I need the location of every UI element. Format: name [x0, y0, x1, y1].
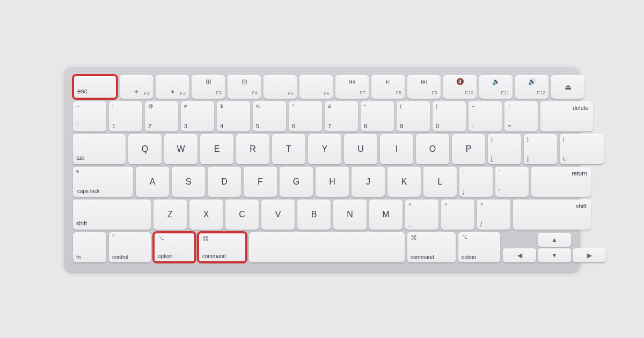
key-g[interactable]: G: [280, 167, 313, 197]
key-4[interactable]: $ 4: [217, 101, 250, 131]
qwerty-row: tab Q W E R T Y U I O P { [ } ] | \: [73, 134, 571, 164]
key-period[interactable]: > .: [441, 200, 474, 230]
key-return[interactable]: return: [531, 167, 591, 197]
key-capslock[interactable]: caps lock: [73, 167, 133, 197]
key-z[interactable]: Z: [153, 200, 187, 230]
key-shift-right[interactable]: shift: [513, 200, 591, 230]
key-f3[interactable]: ⊞ F3: [192, 75, 225, 99]
key-a[interactable]: A: [136, 167, 169, 197]
key-j[interactable]: J: [352, 167, 385, 197]
key-comma[interactable]: < ,: [405, 200, 438, 230]
key-v[interactable]: V: [261, 200, 295, 230]
key-semicolon[interactable]: : ;: [459, 167, 493, 197]
key-tilde[interactable]: ~ `: [73, 101, 106, 131]
key-h[interactable]: H: [316, 167, 349, 197]
key-o[interactable]: O: [416, 134, 449, 164]
key-1[interactable]: ! 1: [109, 101, 142, 131]
caps-lock-indicator: [76, 170, 79, 173]
key-f[interactable]: F: [244, 167, 277, 197]
key-delete[interactable]: delete: [540, 101, 593, 131]
key-0[interactable]: ) 0: [433, 101, 466, 131]
key-backslash[interactable]: | \: [560, 134, 604, 164]
key-n[interactable]: N: [333, 200, 367, 230]
key-arrow-down[interactable]: ▼: [538, 248, 571, 262]
key-7[interactable]: & 7: [325, 101, 358, 131]
key-bracket-r[interactable]: } ]: [524, 134, 557, 164]
key-c[interactable]: C: [225, 200, 259, 230]
keyboard: esc ☀ F1 ✶ F2 ⊞ F3 ⊟ F4 F5 F6 ⏮ F7 ⏯: [64, 67, 580, 272]
key-s[interactable]: S: [172, 167, 205, 197]
key-f4[interactable]: ⊟ F4: [228, 75, 261, 99]
key-arrow-left[interactable]: ◀: [503, 248, 536, 262]
shift-row: shift Z X C V B N M < , > . ? / shif: [73, 200, 571, 230]
key-option-right[interactable]: ⌥ option: [458, 232, 500, 262]
key-quote[interactable]: " ': [495, 167, 529, 197]
key-i[interactable]: I: [380, 134, 413, 164]
key-r[interactable]: R: [236, 134, 269, 164]
key-3[interactable]: # 3: [181, 101, 214, 131]
key-fn[interactable]: fn: [73, 232, 106, 262]
key-arrow-right[interactable]: ▶: [573, 248, 606, 262]
key-f5[interactable]: F5: [264, 75, 297, 99]
key-w[interactable]: W: [164, 134, 197, 164]
key-tab[interactable]: tab: [73, 134, 126, 164]
key-control[interactable]: ^ control: [109, 232, 151, 262]
key-p[interactable]: P: [452, 134, 485, 164]
key-command-right[interactable]: ⌘ command: [407, 232, 456, 262]
arrow-cluster: ▲ ◀ ▼ ▶: [503, 233, 606, 262]
key-2[interactable]: @ 2: [145, 101, 178, 131]
key-arrow-up[interactable]: ▲: [538, 233, 571, 247]
key-m[interactable]: M: [369, 200, 402, 230]
key-6[interactable]: ^ 6: [289, 101, 322, 131]
number-row: ~ ` ! 1 @ 2 # 3 $ 4: [73, 101, 571, 131]
fn-row: esc ☀ F1 ✶ F2 ⊞ F3 ⊟ F4 F5 F6 ⏮ F7 ⏯: [73, 75, 571, 99]
key-f10[interactable]: 🔇 F10: [443, 75, 477, 99]
key-f11[interactable]: 🔉 F11: [479, 75, 513, 99]
bottom-row: fn ^ control ⌥ option ⌘ command ⌘ c: [73, 232, 571, 262]
key-minus[interactable]: – -: [469, 101, 502, 131]
key-u[interactable]: U: [344, 134, 377, 164]
home-row: caps lock A S D F G H J K L : ; " ' retu…: [73, 167, 571, 197]
key-y[interactable]: Y: [308, 134, 341, 164]
key-x[interactable]: X: [189, 200, 223, 230]
key-f2[interactable]: ✶ F2: [156, 75, 189, 99]
key-9[interactable]: ( 9: [397, 101, 430, 131]
key-shift-left[interactable]: shift: [73, 200, 151, 230]
key-command-left[interactable]: ⌘ command: [198, 232, 246, 262]
key-bracket-l[interactable]: { [: [488, 134, 521, 164]
key-d[interactable]: D: [208, 167, 241, 197]
key-esc[interactable]: esc: [73, 75, 117, 99]
key-equals[interactable]: + =: [504, 101, 538, 131]
key-e[interactable]: E: [200, 134, 233, 164]
key-f12[interactable]: 🔊 F12: [515, 75, 548, 99]
key-eject[interactable]: ⏏: [551, 75, 584, 99]
key-8[interactable]: * 8: [361, 101, 394, 131]
key-l[interactable]: L: [423, 167, 457, 197]
key-q[interactable]: Q: [128, 134, 162, 164]
key-f1[interactable]: ☀ F1: [120, 75, 153, 99]
key-f8[interactable]: ⏯ F8: [371, 75, 405, 99]
key-f6[interactable]: F6: [299, 75, 333, 99]
key-t[interactable]: T: [272, 134, 305, 164]
key-option-left[interactable]: ⌥ option: [153, 232, 195, 262]
key-space[interactable]: [249, 232, 405, 262]
key-b[interactable]: B: [297, 200, 331, 230]
key-slash[interactable]: ? /: [477, 200, 510, 230]
key-f7[interactable]: ⏮ F7: [335, 75, 369, 99]
key-f9[interactable]: ⏭ F9: [407, 75, 441, 99]
key-5[interactable]: % 5: [253, 101, 286, 131]
key-k[interactable]: K: [387, 167, 421, 197]
